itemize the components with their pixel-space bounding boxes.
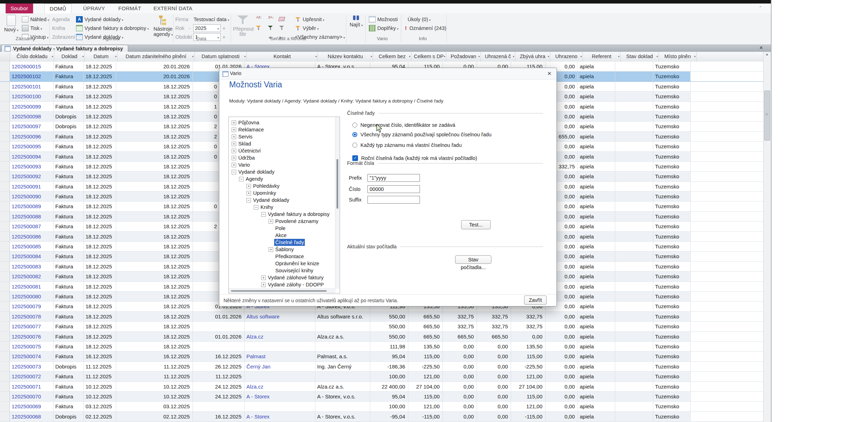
row-selector[interactable]: [0, 222, 10, 231]
expand-icon[interactable]: +: [246, 184, 251, 188]
table-cell-sdph[interactable]: 665,50: [408, 332, 443, 341]
table-cell-cislo[interactable]: 1202500083: [10, 262, 54, 271]
table-cell-kontakt[interactable]: Palmast: [245, 352, 315, 361]
row-selector[interactable]: [0, 382, 10, 391]
table-cell-bez[interactable]: 100,00: [370, 372, 408, 381]
row-selector[interactable]: [0, 212, 10, 221]
table-cell-zbyva[interactable]: 115,00: [511, 392, 546, 401]
close-button[interactable]: Zavřít: [524, 296, 547, 305]
vertical-scrollbar[interactable]: ▲: [763, 52, 770, 422]
table-cell-stav[interactable]: [615, 232, 653, 241]
table-cell-plneni[interactable]: 18.12.2025: [116, 172, 193, 181]
row-selector[interactable]: [0, 201, 10, 211]
table-cell-misto[interactable]: Tuzemsko: [653, 142, 691, 151]
table-cell-plneni[interactable]: 18.12.2025: [116, 82, 193, 91]
table-cell-datum[interactable]: 18.12.2025: [84, 172, 116, 181]
table-cell-plneni[interactable]: 03.12.2025: [116, 402, 193, 411]
tree-item-label[interactable]: Vydané doklady: [252, 197, 290, 204]
table-cell-sdph[interactable]: -115,00: [408, 412, 443, 421]
table-cell-cislo[interactable]: 1202500068: [10, 412, 54, 421]
table-cell-datum[interactable]: 18.12.2025: [84, 242, 116, 251]
column-header-stav[interactable]: Stav doklad▾: [621, 52, 659, 62]
tree-item-label[interactable]: Upomínky: [252, 190, 277, 197]
table-cell-cislo[interactable]: 1202500078: [10, 312, 54, 321]
firma-selector[interactable]: Testovací data: [194, 15, 229, 23]
column-header-kontakt[interactable]: Kontakt▾: [247, 52, 318, 62]
table-cell-uhrazena[interactable]: 0,00: [477, 412, 511, 421]
table-cell-uhrazeno[interactable]: 0,00: [546, 332, 578, 341]
table-cell-datum[interactable]: 18.12.2025: [84, 182, 116, 191]
table-cell-kontakt[interactable]: [245, 342, 315, 351]
table-cell-uhrazena[interactable]: 332,75: [477, 312, 511, 321]
table-cell-misto[interactable]: Tuzemsko: [653, 332, 691, 341]
table-cell-datum[interactable]: 18.12.2025: [84, 232, 116, 241]
table-cell-bez[interactable]: 111,98: [370, 342, 408, 351]
table-cell-doklad[interactable]: Faktura: [54, 262, 84, 271]
table-cell-misto[interactable]: Tuzemsko: [653, 201, 691, 211]
dialog-close-icon[interactable]: ✕: [547, 70, 552, 77]
table-cell-datum[interactable]: 18.12.2025: [84, 201, 116, 211]
row-selector[interactable]: [0, 192, 10, 201]
table-cell-uhrazena[interactable]: 0,00: [477, 402, 511, 411]
table-cell-referent[interactable]: apiela: [578, 302, 615, 311]
tab-upravy[interactable]: ÚPRAVY: [78, 4, 110, 13]
table-cell-datum[interactable]: 11.12.2025: [84, 372, 116, 381]
column-header-splatnost[interactable]: Datum splatnosti▾: [195, 52, 247, 62]
table-cell-plneni[interactable]: 18.12.2025: [116, 252, 193, 261]
radio-negenerovat[interactable]: Negenerovat číslo, identifikátor se zadá…: [352, 122, 455, 129]
table-cell-kontakt[interactable]: Altus software: [245, 312, 315, 321]
table-cell-nazev[interactable]: [315, 342, 370, 351]
table-cell-stav[interactable]: [615, 252, 653, 261]
table-cell-nazev[interactable]: Palmast, a.s.: [315, 352, 370, 361]
table-cell-datum[interactable]: 18.12.2025: [84, 252, 116, 261]
table-cell-sdph[interactable]: 115,00: [408, 352, 443, 361]
table-cell-doklad[interactable]: Faktura: [54, 62, 84, 71]
table-cell-misto[interactable]: Tuzemsko: [653, 362, 691, 371]
table-cell-datum[interactable]: 18.12.2025: [84, 192, 116, 201]
table-cell-nazev[interactable]: [315, 372, 370, 381]
sort-asc-button[interactable]: AZ↓: [256, 15, 263, 23]
table-cell-misto[interactable]: Tuzemsko: [653, 252, 691, 261]
table-cell-cislo[interactable]: 1202600015: [10, 62, 54, 71]
obdobi-minus-button[interactable]: -: [189, 33, 190, 41]
table-cell-bez[interactable]: 550,00: [370, 312, 408, 321]
table-cell-uhrazeno[interactable]: 0,00: [546, 392, 578, 401]
expand-icon[interactable]: +: [269, 247, 273, 252]
table-cell-datum[interactable]: 18.12.2025: [84, 222, 116, 231]
find-button[interactable]: Najít: [348, 15, 364, 28]
table-cell-cislo[interactable]: 1202500101: [10, 82, 54, 91]
table-cell-pozadovana[interactable]: 332,75: [443, 312, 477, 321]
table-cell-nazev[interactable]: [315, 322, 370, 331]
table-cell-pozadovana[interactable]: 0,00: [443, 412, 477, 421]
table-cell-referent[interactable]: apiela: [578, 122, 615, 131]
table-cell-datum[interactable]: 03.12.2025: [84, 402, 116, 411]
table-cell-referent[interactable]: apiela: [578, 102, 615, 111]
table-cell-zbyva[interactable]: 135,50: [511, 342, 546, 351]
table-cell-referent[interactable]: apiela: [578, 172, 615, 181]
table-cell-cislo[interactable]: 1202500071: [10, 382, 54, 391]
table-cell-plneni[interactable]: 18.12.2025: [116, 132, 193, 141]
table-cell-uhrazena[interactable]: 0,00: [477, 342, 511, 351]
table-cell-pozadovana[interactable]: 0,00: [443, 362, 477, 371]
table-cell-stav[interactable]: [615, 272, 653, 281]
tab-format[interactable]: FORMÁT: [113, 4, 146, 13]
table-cell-misto[interactable]: Tuzemsko: [653, 322, 691, 331]
table-cell-plneni[interactable]: 10.12.2025: [116, 382, 193, 391]
table-cell-doklad[interactable]: Faktura: [54, 282, 84, 291]
table-cell-stav[interactable]: [615, 152, 653, 161]
table-cell-splatnost[interactable]: 01.01.2026: [193, 332, 245, 341]
row-selector[interactable]: [0, 412, 10, 421]
table-cell-plneni[interactable]: 18.12.2025: [116, 152, 193, 161]
column-dropdown-icon[interactable]: ▾: [371, 52, 372, 61]
table-cell-uhrazeno[interactable]: 0,00: [546, 342, 578, 351]
agenda-selector[interactable]: AVydané doklady: [76, 15, 123, 23]
selection-filter-button[interactable]: Výběr: [295, 24, 319, 32]
tree-item-label[interactable]: Předkontace: [274, 253, 305, 260]
table-cell-plneni[interactable]: 18.12.2025: [116, 262, 193, 271]
table-cell-stav[interactable]: [615, 362, 653, 371]
table-cell-bez[interactable]: -186,36: [370, 362, 408, 371]
row-selector[interactable]: [0, 282, 10, 291]
table-cell-cislo[interactable]: 1202500076: [10, 332, 54, 341]
table-cell-misto[interactable]: Tuzemsko: [653, 242, 691, 251]
table-cell-cislo[interactable]: 1202500081: [10, 282, 54, 291]
